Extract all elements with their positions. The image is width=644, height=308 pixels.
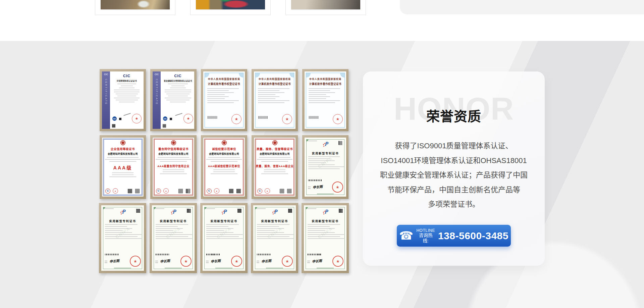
credit-grade: 质量、服务、信誉AAA级企业 <box>254 164 296 168</box>
cert-number-line <box>206 208 215 209</box>
cert-title: 实用新型专利证书 <box>304 219 346 223</box>
cert-footer <box>257 189 292 194</box>
honor-card: HONOR 荣誉资质 获得了ISO9001质量管理体系认证、 ISO14001环… <box>363 71 545 266</box>
cnipa-logo-icon <box>272 209 278 215</box>
footer-line <box>215 268 232 268</box>
certificate-software-copyright-3[interactable]: 中华人民共和国国家版权局 计算机软件著作权登记证书 <box>302 69 348 131</box>
director-signature: 申长雨 <box>160 258 170 264</box>
red-star-seal-icon <box>214 188 219 194</box>
cnipa-logo-icon <box>322 209 328 215</box>
footer-line <box>317 268 334 268</box>
gallery-card-1[interactable] <box>95 0 175 15</box>
cert-header <box>203 208 245 218</box>
national-emblem-seal-icon <box>282 256 293 267</box>
director-signature: 申长雨 <box>312 184 323 190</box>
barcode-icon <box>308 179 322 181</box>
cert-footer: CIC <box>112 115 142 123</box>
cert-title: 重合同守信用等级证书 <box>153 147 194 151</box>
barcode-icon <box>105 254 119 255</box>
cnipa-watermark: CNIPA <box>317 156 333 169</box>
signature-line <box>175 113 182 116</box>
cert-title: 实用新型专利证书 <box>152 219 195 223</box>
cert-title: 质量、服务、信誉等级证书 <box>254 147 296 151</box>
credit-logo-icon <box>207 189 212 194</box>
barcode-icon <box>308 254 322 255</box>
company-name: 合肥珂玛环保科技有限公司 <box>102 152 144 155</box>
red-star-seal-icon <box>113 188 118 194</box>
cert-row-1: CIC CERTIFICATE CIC 环境管理体系认证证书 CIC <box>100 69 348 131</box>
footer-line <box>266 268 283 268</box>
certificate-utility-patent-3[interactable]: CNIPA 实用新型专利证书 申长雨 <box>150 203 197 273</box>
red-star-seal-icon <box>231 114 241 124</box>
cert-title: 实用新型专利证书 <box>203 219 245 223</box>
certificate-enterprise-credit[interactable]: 企业信用等级证书 合肥珂玛环保科技有限公司 AAA级 <box>100 135 146 199</box>
certificate-cic-environment[interactable]: CIC CERTIFICATE CIC 环境管理体系认证证书 CIC <box>100 69 146 131</box>
barcode-icon <box>206 254 220 255</box>
certificate-quality-service-credit[interactable]: 质量、服务、信誉等级证书 合肥珂玛环保科技有限公司 质量、服务、信誉AAA级企业 <box>252 135 298 199</box>
certificate-utility-patent-4[interactable]: CNIPA 实用新型专利证书 申长雨 <box>200 203 248 273</box>
cert-header <box>253 208 296 218</box>
hotline-button[interactable]: ☎ HOTLINE 咨询热线: 138-5600-3485 <box>397 225 511 247</box>
cert-paper: CNIPA 实用新型专利证书 申长雨 <box>203 205 245 271</box>
cert-header <box>304 208 346 218</box>
certificate-vertical-label: CERTIFICATE <box>105 79 107 105</box>
credit-logo-icon <box>156 189 161 194</box>
qr-code-icon <box>236 189 241 193</box>
cert-paper: CIC CERTIFICATE CIC 环境管理体系认证证书 CIC <box>102 71 144 129</box>
national-emblem-seal-icon <box>231 256 242 267</box>
cert-title: 实用新型专利证书 <box>305 151 346 155</box>
certificate-utility-patent-2[interactable]: CNIPA 实用新型专利证书 申长雨 <box>99 203 146 273</box>
certificate-cic-ohs[interactable]: CIC CERTIFICATE CIC 职业健康安全管理体系认证证书 CIC <box>150 69 197 131</box>
certificate-utility-patent-1[interactable]: CNIPA 实用新型专利证书 申长雨 <box>302 135 348 199</box>
cnipa-logo-icon <box>322 142 328 147</box>
certificate-software-copyright-1[interactable]: 中华人民共和国国家版权局 计算机软件著作权登记证书 <box>201 69 247 131</box>
cic-band-logo: CIC <box>153 73 161 75</box>
credit-grade: AAA级诚信经营示范单位 <box>203 164 245 168</box>
director-signature: 申长雨 <box>210 258 221 264</box>
qr-code-icon <box>136 209 140 213</box>
section-title: 荣誉资质 <box>363 108 545 125</box>
cert-paper: 重合同守信用等级证书 合肥珂玛环保科技有限公司 AAA级重合同守信用企业 <box>153 138 194 197</box>
cert-paper: CNIPA 实用新型专利证书 申长雨 <box>253 205 296 271</box>
gallery-card-2[interactable] <box>190 0 271 15</box>
certificate-software-copyright-2[interactable]: 中华人民共和国国家版权局 计算机软件著作权登记证书 <box>252 69 298 131</box>
director-signature: 申长雨 <box>312 258 322 264</box>
certificate-contract-credit[interactable]: 重合同守信用等级证书 合肥珂玛环保科技有限公司 AAA级重合同守信用企业 <box>150 135 197 199</box>
cert-header <box>152 208 195 218</box>
description-line: 获得了ISO9001质量管理体系认证、 <box>370 139 538 153</box>
cnipa-watermark: CNIPA <box>114 226 131 240</box>
credit-emblem-icon <box>120 140 125 145</box>
cert-paper: 中华人民共和国国家版权局 计算机软件著作权登记证书 <box>305 71 346 129</box>
qr-code-icon <box>178 189 183 193</box>
company-name: 合肥珂玛环保科技有限公司 <box>153 152 194 155</box>
cert-paper: CNIPA 实用新型专利证书 申长雨 <box>152 205 195 271</box>
footer-line <box>114 268 131 268</box>
national-emblem-seal-icon <box>332 182 343 193</box>
cert-paper: CNIPA 实用新型专利证书 申长雨 <box>304 205 346 271</box>
hotline-label-en: HOTLINE <box>416 228 435 233</box>
red-star-seal-icon <box>282 114 292 124</box>
credit-logo-icon <box>105 189 110 194</box>
cert-row-3: CNIPA 实用新型专利证书 申长雨 CNIPA <box>99 203 349 273</box>
cert-title: 实用新型专利证书 <box>253 219 296 223</box>
qr-code-icon <box>187 209 191 213</box>
certificate-integrity-unit[interactable]: 诚信经营示范单位 合肥珂玛环保科技有限公司 AAA级诚信经营示范单位 <box>201 135 247 199</box>
certificate-utility-patent-6[interactable]: CNIPA 实用新型专利证书 申长雨 <box>302 203 349 273</box>
description-line: ISO14001环境管理体系认证和OHSAS18001 <box>370 153 538 168</box>
qr-code-icon <box>135 189 140 193</box>
hotline-label-zh: 咨询热线: <box>416 233 435 244</box>
cnipa-logo-icon <box>221 209 227 215</box>
construction-photo-2 <box>196 0 265 9</box>
cert-paper: 企业信用等级证书 合肥珂玛环保科技有限公司 AAA级 <box>102 138 144 197</box>
cic-round-logo-icon: CIC <box>163 116 167 121</box>
top-right-panel <box>400 0 644 14</box>
gallery-card-3[interactable] <box>285 0 366 15</box>
certificate-utility-patent-5[interactable]: CNIPA 实用新型专利证书 申长雨 <box>251 203 298 273</box>
qr-code-icon <box>112 124 115 127</box>
red-star-seal-icon <box>333 114 343 124</box>
certificate-vertical-label: CERTIFICATE <box>156 79 158 105</box>
signature-label <box>155 261 158 263</box>
qr-code-icon <box>186 189 190 193</box>
phone-icon: ☎ <box>399 230 413 241</box>
cert-footer <box>105 189 140 194</box>
